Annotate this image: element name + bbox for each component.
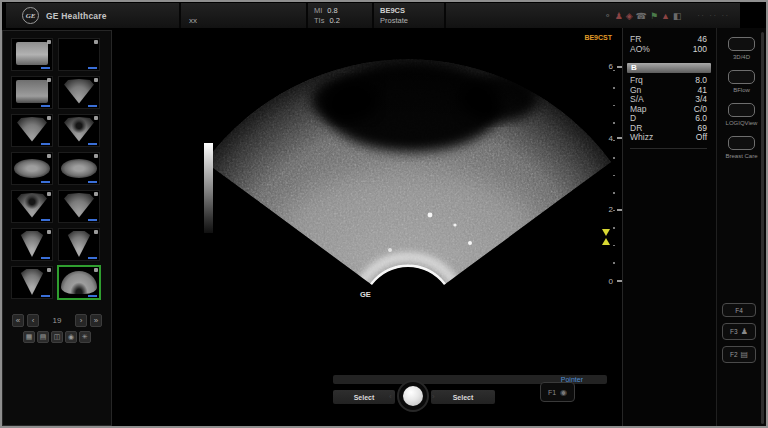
f4-label: F4	[735, 307, 743, 314]
ge-logo-icon: GE	[22, 7, 39, 24]
feature-key-wrap: LOGIQView	[722, 103, 762, 127]
thumbnail-grid	[3, 31, 111, 299]
depth-ruler: 6 4 2 0	[596, 62, 622, 286]
focus-marker[interactable]	[602, 229, 610, 245]
thumbnail[interactable]	[11, 38, 53, 71]
thumbnail[interactable]	[58, 114, 100, 147]
save-icon[interactable]: ◫	[51, 331, 63, 343]
depth-tick: 0	[596, 277, 622, 286]
probe-connect-icon: ⚬	[604, 11, 612, 21]
f1-key[interactable]: F1 ◉	[540, 382, 575, 402]
parameter-label: Whizz	[630, 133, 653, 143]
thumbnail[interactable]	[58, 76, 100, 109]
image-area: BE9CST GE 6 4 2 0	[113, 28, 622, 428]
ao-value: 100	[693, 45, 707, 55]
probe-label: BE9CST	[584, 34, 612, 41]
f3-key[interactable]: F3 ♟	[722, 323, 756, 340]
top-bar: GE GE Healthcare xx MI0.8 TIs0.2 BE9CS P…	[6, 3, 740, 28]
thumbnail[interactable]	[11, 266, 53, 299]
preset-name: Prostate	[380, 17, 408, 25]
parameter-list: Frq 8.0 Gn 41 S/A 3/4 Map C/0	[630, 76, 707, 143]
thumbnail[interactable]	[11, 190, 53, 223]
clipboard-toolbar: ▦▤◫◉✳	[3, 331, 111, 343]
select-left-softkey[interactable]: Select	[333, 390, 395, 404]
hard-key-panel: 3D/4D BFlow LOGIQView Breast Care F	[716, 28, 766, 428]
thumbnail[interactable]	[58, 38, 100, 71]
ao-row: AO% 100	[630, 45, 707, 55]
prev-page-button[interactable]: ‹	[27, 314, 39, 327]
feature-key-label: 3D/4D	[722, 54, 762, 61]
thumbnail-image	[16, 42, 48, 65]
probe-name: BE9CS	[380, 7, 405, 15]
tis-value: 0.2	[329, 17, 339, 25]
page-number: 19	[42, 316, 72, 325]
first-page-button[interactable]: «	[12, 314, 24, 327]
thumbnail-image	[14, 159, 50, 178]
thumbnail-image	[62, 193, 96, 218]
thumbnail[interactable]	[58, 152, 100, 185]
f2-key[interactable]: F2 ▤	[722, 346, 756, 363]
feature-key[interactable]	[728, 103, 755, 117]
feature-key-label: LOGIQView	[722, 120, 762, 127]
filmstrip-icon[interactable]: ▤	[37, 331, 49, 343]
trackball-left-arrow-icon: ‹	[389, 392, 392, 401]
feature-key-wrap: 3D/4D	[722, 37, 762, 61]
thumbnail[interactable]	[58, 266, 100, 299]
next-page-button[interactable]: ›	[75, 314, 87, 327]
panel-divider	[630, 148, 707, 149]
feature-key[interactable]	[728, 70, 755, 84]
thumbnail-image	[15, 193, 49, 218]
grayscale-bar	[204, 143, 213, 233]
thumbnail[interactable]	[58, 190, 100, 223]
vendor-mark: GE	[360, 290, 371, 299]
thumbnail[interactable]	[11, 228, 53, 261]
clock-text: ·· ·· ··	[697, 12, 730, 19]
thumbnail[interactable]	[11, 152, 53, 185]
thumbnail-image	[62, 117, 96, 142]
feature-key[interactable]	[728, 136, 755, 150]
thumbnail-image	[16, 80, 48, 103]
grid-view-icon[interactable]: ▦	[23, 331, 35, 343]
feature-key[interactable]	[728, 37, 755, 51]
select-right-softkey[interactable]: Select	[431, 390, 495, 404]
tis-label: TIs	[314, 17, 324, 25]
parameter-row: Whizz Off	[630, 133, 707, 143]
patient-id-section: xx	[181, 3, 308, 28]
minor-ticks	[613, 70, 615, 280]
record-icon: ◉	[560, 388, 567, 397]
thumbnail-image	[18, 269, 46, 295]
feature-key-label: BFlow	[722, 87, 762, 94]
feature-key-list: 3D/4D BFlow LOGIQView Breast Care	[717, 37, 766, 160]
thumbnail-image	[62, 79, 96, 104]
patient-id: xx	[189, 16, 197, 25]
f2-label: F2	[730, 351, 738, 358]
thumbnail[interactable]	[58, 228, 100, 261]
select-right-label: Select	[453, 394, 474, 401]
status-icon-tray: ⚬♟◈☎⚑▲◧	[446, 3, 689, 28]
thumbnail[interactable]	[11, 76, 53, 109]
depth-tick: 6	[596, 62, 622, 71]
settings-icon[interactable]: ✳	[79, 331, 91, 343]
phone-icon: ☎	[636, 11, 647, 21]
feature-key-wrap: BFlow	[722, 70, 762, 94]
last-page-button[interactable]: »	[90, 314, 102, 327]
thumbnail[interactable]	[11, 114, 53, 147]
parameter-panel: FR 46 AO% 100 B Frq 8.0 Gn 41 S/	[622, 28, 716, 428]
parameter-value: Off	[696, 133, 707, 143]
focus-marker-top	[602, 229, 610, 236]
thumbnail-image	[15, 117, 49, 142]
clock-section: ·· ·· ··	[689, 3, 740, 28]
acoustic-output-section: MI0.8 TIs0.2	[308, 3, 374, 28]
trackball[interactable]	[403, 386, 423, 406]
f4-key[interactable]: F4	[722, 303, 756, 317]
thumbnail-image	[18, 231, 46, 257]
thumbnail-image	[65, 231, 93, 257]
ao-label: AO%	[630, 45, 650, 55]
camera-icon[interactable]: ◉	[65, 331, 77, 343]
clipboard-pager: « ‹ 19 › »	[3, 314, 111, 327]
f3-label: F3	[730, 328, 738, 335]
ultrasound-image[interactable]	[113, 28, 622, 428]
thumbnail-image	[61, 159, 97, 178]
wifi-icon: ◈	[626, 11, 633, 21]
probe-preset-section: BE9CS Prostate	[374, 3, 446, 28]
